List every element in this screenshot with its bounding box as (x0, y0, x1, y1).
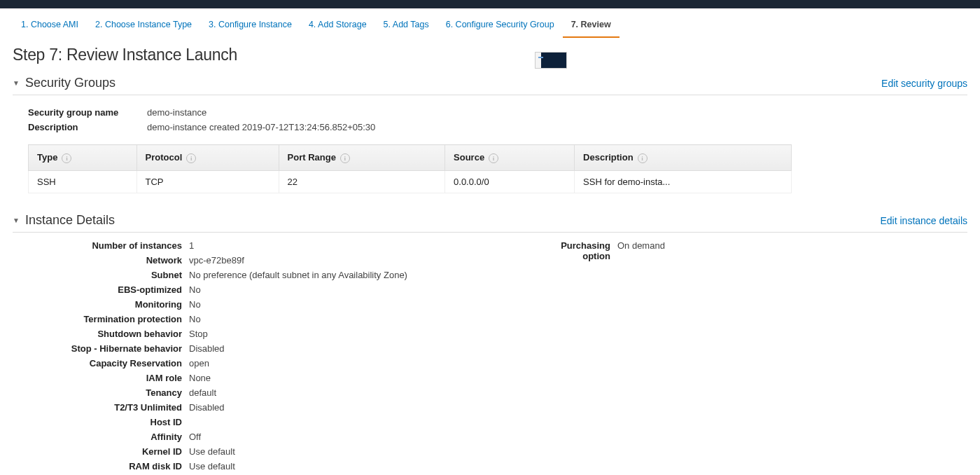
kv-value: No (189, 299, 201, 310)
kv-row: Number of instances1 (28, 238, 407, 253)
kv-label: Affinity (28, 432, 189, 442)
info-icon[interactable] (340, 153, 350, 163)
kv-label: Kernel ID (28, 446, 189, 457)
kv-row: SubnetNo preference (default subnet in a… (28, 268, 407, 282)
wizard-step-2[interactable]: 2. Choose Instance Type (87, 15, 200, 38)
kv-row: Capacity Reservationopen (28, 356, 407, 371)
section-security-groups: Security Groups Edit security groups Sec… (0, 69, 980, 206)
preview-thumbnail (535, 52, 567, 69)
kv-row: Purchasing optionOn demand (533, 238, 665, 263)
edit-security-groups-link[interactable]: Edit security groups (881, 78, 967, 89)
page-title: Step 7: Review Instance Launch (0, 39, 980, 69)
table-header: Protocol (136, 145, 279, 171)
kv-value: vpc-e72be89f (189, 255, 244, 266)
kv-label: EBS-optimized (28, 284, 189, 295)
kv-value: 1 (189, 240, 194, 251)
kv-value: On demand (617, 240, 665, 261)
chevron-down-icon[interactable] (13, 216, 21, 224)
kv-row: Tenancydefault (28, 385, 407, 400)
table-cell: SSH for demo-insta... (575, 171, 792, 193)
kv-value: Off (189, 432, 201, 442)
kv-value: Use default (189, 461, 235, 471)
table-cell: 22 (279, 171, 445, 193)
kv-label: Termination protection (28, 314, 189, 324)
chevron-down-icon[interactable] (13, 79, 21, 87)
kv-row: Termination protectionNo (28, 312, 407, 326)
sg-name-value: demo-instance (147, 107, 206, 118)
kv-label: Monitoring (28, 299, 189, 310)
section-title: Instance Details (25, 213, 115, 228)
kv-value: Stop (189, 329, 208, 339)
kv-label: Capacity Reservation (28, 358, 189, 369)
kv-row: Networkvpc-e72be89f (28, 253, 407, 268)
wizard-step-4[interactable]: 4. Add Storage (300, 15, 375, 38)
edit-instance-details-link[interactable]: Edit instance details (880, 215, 967, 226)
wizard-step-7[interactable]: 7. Review (563, 15, 620, 38)
kv-row: IAM roleNone (28, 371, 407, 385)
kv-label: Subnet (28, 270, 189, 280)
kv-value: Disabled (189, 343, 225, 354)
section-header-instance-details: Instance Details Edit instance details (13, 209, 967, 233)
kv-row: Kernel IDUse default (28, 444, 407, 459)
kv-value: No preference (default subnet in any Ava… (189, 270, 407, 280)
kv-label: Tenancy (28, 387, 189, 398)
table-header: Type (29, 145, 137, 171)
kv-label: Host ID (28, 417, 189, 427)
kv-row: Host ID (28, 415, 407, 429)
kv-value: Disabled (189, 402, 225, 413)
table-header: Description (575, 145, 792, 171)
info-icon[interactable] (186, 153, 196, 163)
info-icon[interactable] (62, 153, 71, 163)
table-cell: TCP (136, 171, 279, 193)
kv-label: Number of instances (28, 240, 189, 251)
section-instance-details: Instance Details Edit instance details N… (0, 206, 980, 475)
section-title: Security Groups (25, 76, 115, 90)
kv-value: Use default (189, 446, 235, 457)
info-icon[interactable] (638, 153, 648, 163)
kv-label: Purchasing option (533, 240, 617, 261)
wizard-step-6[interactable]: 6. Configure Security Group (438, 15, 563, 38)
table-header: Source (445, 145, 575, 171)
table-cell: 0.0.0.0/0 (445, 171, 575, 193)
security-group-rules-table: TypeProtocolPort RangeSourceDescription … (28, 144, 792, 193)
wizard-step-3[interactable]: 3. Configure Instance (200, 15, 300, 38)
kv-value: default (189, 387, 216, 398)
kv-label: Network (28, 255, 189, 266)
table-header: Port Range (279, 145, 445, 171)
sg-name-label: Security group name (28, 107, 147, 118)
kv-row: RAM disk IDUse default (28, 459, 407, 474)
kv-value: No (189, 284, 201, 295)
sg-desc-value: demo-instance created 2019-07-12T13:24:5… (147, 122, 375, 132)
kv-row: Shutdown behaviorStop (28, 326, 407, 341)
table-cell: SSH (29, 171, 137, 193)
sg-desc-label: Description (28, 122, 147, 132)
kv-value: None (189, 373, 211, 383)
kv-label: RAM disk ID (28, 461, 189, 471)
info-icon[interactable] (489, 153, 498, 163)
wizard-step-1[interactable]: 1. Choose AMI (13, 15, 87, 38)
kv-value: open (189, 358, 209, 369)
kv-row: EBS-optimizedNo (28, 282, 407, 297)
kv-label: T2/T3 Unlimited (28, 402, 189, 413)
kv-label: IAM role (28, 373, 189, 383)
kv-value: No (189, 314, 201, 324)
wizard-step-5[interactable]: 5. Add Tags (375, 15, 438, 38)
table-row: SSHTCP220.0.0.0/0SSH for demo-insta... (29, 171, 792, 193)
kv-row: Stop - Hibernate behaviorDisabled (28, 341, 407, 356)
wizard-steps: 1. Choose AMI2. Choose Instance Type3. C… (0, 8, 980, 39)
kv-row: AffinityOff (28, 429, 407, 444)
kv-label: Stop - Hibernate behavior (28, 343, 189, 354)
kv-row: T2/T3 UnlimitedDisabled (28, 400, 407, 415)
section-header-security-groups: Security Groups Edit security groups (13, 71, 967, 95)
kv-row: MonitoringNo (28, 297, 407, 312)
kv-label: Shutdown behavior (28, 329, 189, 339)
global-header-bar (0, 0, 980, 8)
